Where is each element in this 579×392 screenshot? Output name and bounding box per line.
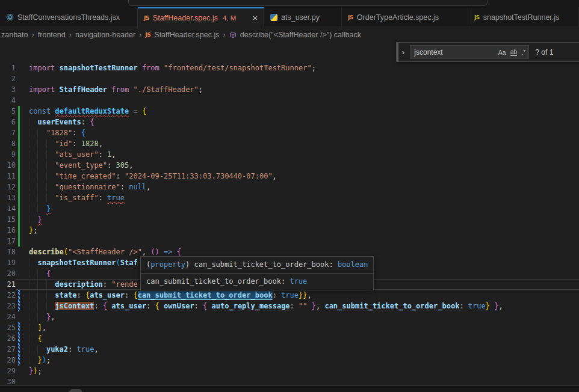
code-line-28[interactable]: 28 }); bbox=[0, 355, 579, 366]
line-number[interactable]: 10 bbox=[0, 160, 16, 171]
breadcrumb-item-file[interactable]: StaffHeader.spec.js bbox=[154, 31, 219, 39]
line-number[interactable]: 26 bbox=[0, 333, 16, 344]
code-line-15[interactable]: 15 } bbox=[0, 214, 579, 225]
line-number[interactable]: 20 bbox=[0, 268, 16, 279]
tab-staffheader-spec[interactable]: JS StaffHeader.spec.js 4, M × bbox=[138, 7, 264, 27]
tab-label: ats_user.py bbox=[281, 13, 320, 22]
line-number[interactable]: 25 bbox=[0, 322, 16, 333]
title-bar bbox=[0, 0, 579, 7]
tab-snapshottestrunner[interactable]: JS snapshotTestRunner.js bbox=[468, 7, 579, 27]
breadcrumb-item-symbol[interactable]: describe("<StaffHeader />") callback bbox=[240, 31, 361, 39]
editor-tab-bar: StaffConversationsThreads.jsx JS StaffHe… bbox=[0, 7, 579, 27]
python-icon bbox=[270, 14, 277, 21]
hover-tooltip: (property) can_submit_ticket_to_order_bo… bbox=[140, 256, 374, 290]
tab-label: StaffConversationsThreads.jsx bbox=[17, 13, 120, 22]
match-case-icon[interactable]: Aa bbox=[498, 49, 506, 56]
line-number[interactable]: 28 bbox=[0, 355, 16, 366]
breadcrumb-item-navigation-header[interactable]: navigation-header bbox=[75, 31, 135, 39]
line-number[interactable]: 13 bbox=[0, 192, 16, 203]
breadcrumb-item-zanbato[interactable]: zanbato bbox=[1, 31, 28, 39]
line-number[interactable]: 8 bbox=[0, 138, 16, 149]
code-line-10[interactable]: 10 "event_type": 305, bbox=[0, 160, 579, 171]
code-line-16[interactable]: 16}; bbox=[0, 225, 579, 236]
line-number[interactable]: 7 bbox=[0, 127, 16, 138]
line-number[interactable]: 22 bbox=[0, 290, 16, 301]
code-line-14[interactable]: 14 } bbox=[0, 203, 579, 214]
code-line-23[interactable]: 23 jsContext: { ats_user: { ownUser: { a… bbox=[0, 301, 579, 311]
line-number[interactable]: 3 bbox=[0, 84, 16, 95]
tab-label: snapshotTestRunner.js bbox=[483, 13, 559, 22]
js-icon: JS bbox=[145, 32, 150, 38]
line-number[interactable]: 2 bbox=[0, 73, 16, 84]
line-number[interactable]: 15 bbox=[0, 214, 16, 225]
line-number[interactable]: 9 bbox=[0, 149, 16, 160]
code-line-13[interactable]: 13 "is_staff": true bbox=[0, 192, 579, 203]
line-number[interactable]: 1 bbox=[0, 63, 16, 73]
line-number[interactable]: 12 bbox=[0, 182, 16, 192]
breadcrumb-item-frontend[interactable]: frontend bbox=[38, 31, 66, 39]
code-line-25[interactable]: 25 ], bbox=[0, 322, 579, 333]
code-line-1[interactable]: 1import snapshotTestRunner from "fronten… bbox=[0, 63, 579, 73]
tooltip-type-row: (property) can_submit_ticket_to_order_bo… bbox=[141, 257, 373, 274]
code-editor[interactable]: 1import snapshotTestRunner from "fronten… bbox=[0, 42, 579, 385]
find-input[interactable]: jscontext Aa ab .* bbox=[410, 45, 529, 59]
line-number[interactable]: 18 bbox=[0, 247, 16, 257]
tab-ordertypearticle-spec[interactable]: JS OrderTypeArticle.spec.js bbox=[342, 7, 468, 27]
code-line-6[interactable]: 6 userEvents: { bbox=[0, 117, 579, 127]
line-number[interactable]: 4 bbox=[0, 95, 16, 106]
line-number[interactable]: 23 bbox=[0, 301, 16, 311]
bottom-panel-strip bbox=[0, 385, 579, 392]
code-line-5[interactable]: 5const defaultReduxState = { bbox=[0, 106, 579, 117]
line-number[interactable]: 14 bbox=[0, 203, 16, 214]
close-icon[interactable]: × bbox=[253, 14, 258, 22]
code-line-7[interactable]: 7 "1828": { bbox=[0, 127, 579, 138]
chevron-right-icon: › bbox=[139, 30, 141, 39]
line-number[interactable]: 11 bbox=[0, 171, 16, 182]
code-line-3[interactable]: 3import StaffHeader from "./StaffHeader"… bbox=[0, 84, 579, 95]
chevron-right-icon: › bbox=[223, 30, 225, 39]
whole-word-icon[interactable]: ab bbox=[510, 48, 518, 56]
tab-staffconversationsthreads[interactable]: StaffConversationsThreads.jsx bbox=[0, 7, 138, 27]
chevron-right-icon: › bbox=[69, 30, 72, 39]
line-number[interactable]: 21 bbox=[0, 279, 16, 290]
chevron-right-icon: › bbox=[31, 30, 34, 39]
js-icon: JS bbox=[144, 15, 149, 21]
react-icon bbox=[6, 13, 14, 21]
code-line-29[interactable]: 29}); bbox=[0, 366, 579, 376]
code-line-11[interactable]: 11 "time_created": "2024-09-25T11:33:03.… bbox=[0, 171, 579, 182]
line-number[interactable]: 17 bbox=[0, 236, 16, 247]
symbol-cube-icon bbox=[229, 31, 237, 38]
find-query-text[interactable]: jscontext bbox=[414, 48, 494, 57]
code-line-17[interactable]: 17 bbox=[0, 236, 579, 247]
tab-label: OrderTypeArticle.spec.js bbox=[357, 13, 439, 22]
regex-icon[interactable]: .* bbox=[521, 49, 525, 56]
code-line-4[interactable]: 4 bbox=[0, 95, 579, 106]
find-results-count: ? of 1 bbox=[535, 48, 553, 57]
code-area[interactable]: 1import snapshotTestRunner from "fronten… bbox=[0, 42, 579, 385]
line-number[interactable]: 30 bbox=[0, 376, 16, 385]
tab-ats-user-py[interactable]: ats_user.py bbox=[264, 7, 342, 27]
code-line-12[interactable]: 12 "questionnaire": null, bbox=[0, 182, 579, 192]
code-line-9[interactable]: 9 "ats_user": 1, bbox=[0, 149, 579, 160]
line-number[interactable]: 27 bbox=[0, 344, 16, 355]
code-line-22[interactable]: 22 state: {ats_user: {can_submit_ticket_… bbox=[0, 290, 579, 301]
tab-status-badge: 4, M bbox=[223, 14, 236, 22]
code-line-8[interactable]: 8 "id": 1828, bbox=[0, 138, 579, 149]
code-line-2[interactable]: 2 bbox=[0, 73, 579, 84]
code-line-24[interactable]: 24 }, bbox=[0, 311, 579, 322]
code-line-27[interactable]: 27 yuka2: true, bbox=[0, 344, 579, 355]
command-center-box[interactable] bbox=[128, 0, 488, 6]
toggle-replace-chevron-icon[interactable]: › bbox=[402, 47, 404, 57]
code-line-26[interactable]: 26 { bbox=[0, 333, 579, 344]
line-number[interactable]: 24 bbox=[0, 311, 16, 322]
line-number[interactable]: 5 bbox=[0, 106, 16, 117]
line-number[interactable]: 19 bbox=[0, 257, 16, 268]
find-widget: › jscontext Aa ab .* ? of 1 bbox=[396, 42, 579, 62]
line-number[interactable]: 16 bbox=[0, 225, 16, 236]
breadcrumb: zanbato › frontend › navigation-header ›… bbox=[0, 27, 579, 42]
code-line-30[interactable]: 30 bbox=[0, 376, 579, 385]
line-number[interactable]: 6 bbox=[0, 117, 16, 127]
line-number[interactable]: 29 bbox=[0, 366, 16, 376]
tooltip-value-row: can_submit_ticket_to_order_book: true bbox=[141, 274, 373, 290]
find-resize-sash[interactable] bbox=[397, 43, 398, 61]
